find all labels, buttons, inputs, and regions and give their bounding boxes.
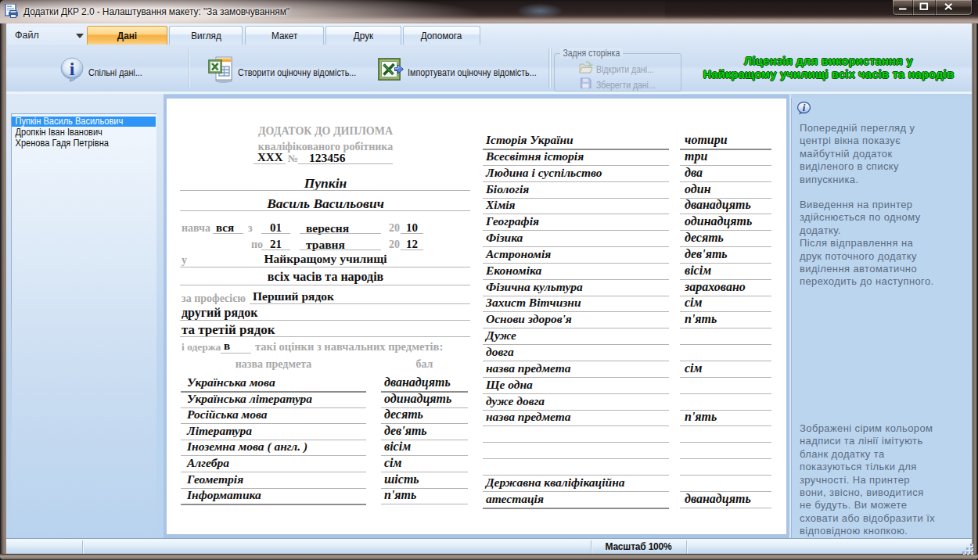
svg-text:i: i bbox=[803, 102, 806, 113]
svg-text:i: i bbox=[70, 59, 75, 79]
